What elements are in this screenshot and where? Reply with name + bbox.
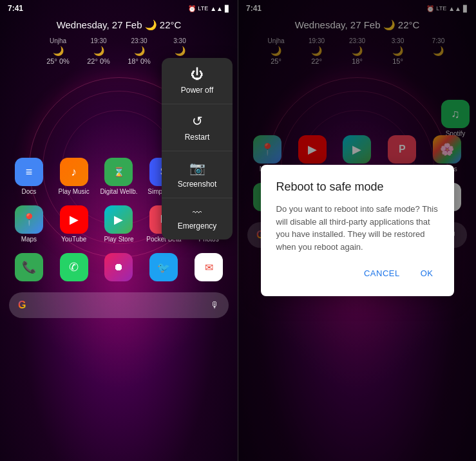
maps-label-left: Maps [10, 236, 48, 243]
weather-time-3: 3:30 [173, 37, 186, 44]
power-off-label: Power off [181, 86, 213, 95]
weather-temp-1: 22° 0% [87, 57, 110, 65]
screenshot-icon: 📷 [189, 160, 205, 176]
weather-moon-3: 🌙 [175, 46, 186, 56]
dialog-ok-button[interactable]: OK [415, 266, 439, 281]
restart-button[interactable]: ↺ Restart [162, 104, 233, 151]
date-text-left: Wednesday, 27 Feb 🌙 22°C [57, 19, 182, 31]
status-bar-left: 7:41 ⏰ LTE ▲▲ ▊ [0, 0, 238, 14]
weather-item-1: 19:30 🌙 22° 0% [84, 37, 113, 65]
left-phone-screen: 7:41 ⏰ LTE ▲▲ ▊ Wednesday, 27 Feb 🌙 22°C… [0, 0, 238, 461]
app-gmail-left[interactable]: ✉ [189, 253, 228, 283]
docs-label: Docs [10, 188, 48, 195]
right-phone-screen: 7:41 ⏰ LTE ▲▲ ▊ Wednesday, 27 Feb 🌙 22°C… [238, 0, 476, 461]
weather-moon-0: 🌙 [53, 46, 64, 56]
dialog-body: Do you want to reboot into safe mode? Th… [276, 203, 439, 253]
status-icons-left: ⏰ LTE ▲▲ ▊ [188, 5, 230, 12]
screenshot-button[interactable]: 📷 Screenshot [162, 151, 233, 198]
app-twitter-left[interactable]: 🐦 [144, 253, 183, 283]
search-bar-left[interactable]: G 🎙 [9, 292, 229, 318]
emergency-button[interactable]: 〰 Emergency [162, 198, 233, 240]
dialog-buttons: Cancel OK [276, 266, 439, 281]
youtube-icon-left: ▶ [60, 205, 88, 234]
mic-icon-left: 🎙 [211, 300, 220, 310]
weather-time-2: 23:30 [131, 37, 147, 44]
maps-icon-left: 📍 [15, 205, 43, 234]
recorder-icon-left: ⏺ [104, 253, 133, 281]
safe-mode-dialog: Reboot to safe mode Do you want to reboo… [261, 165, 454, 296]
app-play-store-left[interactable]: ▶ Play Store [99, 205, 138, 243]
app-recorder-left[interactable]: ⏺ [99, 253, 138, 283]
screenshot-label: Screenshot [178, 180, 217, 189]
emergency-icon: 〰 [193, 207, 202, 218]
weather-temp-2: 18° 0% [128, 57, 151, 65]
power-off-button[interactable]: ⏻ Power off [162, 58, 233, 104]
app-docs[interactable]: ≡ Docs [10, 158, 48, 195]
weather-item-2: 23:30 🌙 18° 0% [125, 37, 154, 65]
app-phone-left[interactable]: 📞 [10, 253, 48, 283]
alarm-icon: ⏰ [188, 5, 196, 12]
digital-wellbeing-icon: ⌛ [104, 158, 133, 186]
gmail-icon-left: ✉ [195, 253, 223, 281]
youtube-label-left: YouTube [55, 236, 93, 243]
restart-label: Restart [185, 133, 210, 142]
weather-item-0: Unjha 🌙 25° 0% [44, 37, 73, 65]
app-digital-wellbeing[interactable]: ⌛ Digital Wellb. [99, 158, 138, 195]
play-store-label-left: Play Store [99, 236, 138, 243]
weather-loc-0: Unjha [50, 37, 66, 44]
power-menu: ⏻ Power off ↺ Restart 📷 Screenshot 〰 Eme… [162, 58, 233, 240]
play-music-icon: ♪ [60, 158, 88, 186]
phone-icon-left: 📞 [15, 253, 43, 281]
dialog-title: Reboot to safe mode [276, 180, 439, 194]
lte-icon: LTE [198, 5, 208, 12]
weather-moon-2: 🌙 [134, 46, 145, 56]
app-play-music[interactable]: ♪ Play Music [55, 158, 93, 195]
emergency-label: Emergency [178, 221, 217, 230]
dialog-overlay: Reboot to safe mode Do you want to reboo… [238, 0, 476, 461]
battery-icon: ▊ [225, 5, 230, 12]
app-youtube-left[interactable]: ▶ YouTube [55, 205, 93, 243]
docs-icon: ≡ [15, 158, 43, 186]
signal-icon: ▲▲ [210, 5, 223, 12]
play-store-icon-left: ▶ [104, 205, 133, 234]
weather-temp-0: 25° 0% [46, 57, 70, 65]
status-time-left: 7:41 [8, 4, 23, 13]
app-row-3-left: 📞 ✆ ⏺ 🐦 ✉ [0, 248, 238, 288]
whatsapp-icon-left: ✆ [60, 253, 88, 281]
date-bar-left: Wednesday, 27 Feb 🌙 22°C [0, 14, 238, 33]
restart-icon: ↺ [192, 113, 203, 129]
google-g-icon-left: G [18, 299, 26, 311]
dialog-cancel-button[interactable]: Cancel [359, 266, 405, 281]
power-off-icon: ⏻ [191, 67, 204, 82]
twitter-icon-left: 🐦 [149, 253, 178, 281]
digital-wellbeing-label: Digital Wellb. [99, 188, 138, 195]
weather-time-1: 19:30 [90, 37, 106, 44]
app-whatsapp-left[interactable]: ✆ [55, 253, 93, 283]
app-maps-left[interactable]: 📍 Maps [10, 205, 48, 243]
weather-moon-1: 🌙 [93, 46, 104, 56]
play-music-label: Play Music [55, 188, 93, 195]
